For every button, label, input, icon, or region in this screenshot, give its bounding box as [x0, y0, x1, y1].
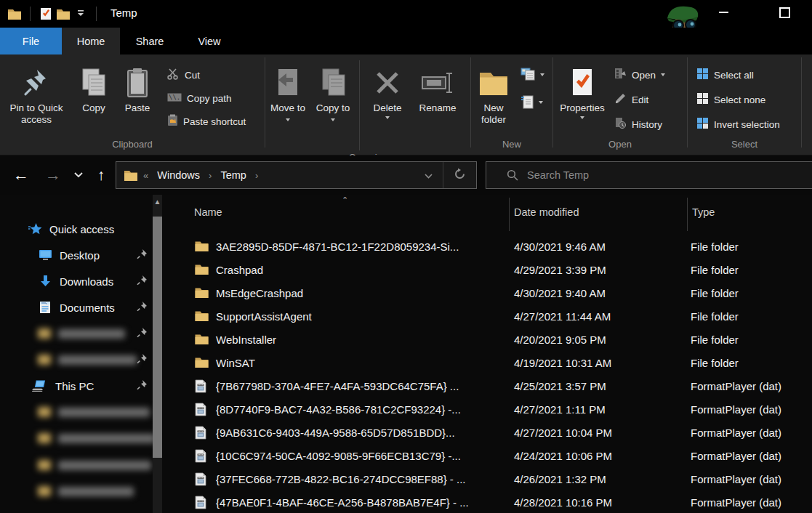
sidebar-item-redacted[interactable]	[0, 400, 153, 424]
back-button[interactable]: ←	[9, 155, 33, 195]
file-row[interactable]: 3AE2895D-85DF-4871-BC12-1F22D8059234-Si.…	[182, 235, 812, 258]
tab-file[interactable]: File	[0, 28, 62, 54]
file-type: FormatPlayer (dat)	[687, 427, 812, 439]
ribbon-tab-strip: File Home Share View	[0, 28, 812, 54]
new-item-button[interactable]	[518, 65, 547, 85]
file-date-modified: 4/28/2021 10:16 PM	[509, 496, 687, 509]
tab-share[interactable]: Share	[120, 28, 180, 54]
breadcrumb-chevron[interactable]: ›	[209, 170, 212, 181]
copy-to-button[interactable]: Copy to	[310, 60, 355, 129]
dropdown-chevron	[331, 118, 335, 121]
file-name: 3AE2895D-85DF-4871-BC12-1F22D8059234-Si.…	[216, 241, 459, 253]
breadcrumb-collapsed[interactable]: «	[143, 170, 148, 181]
move-to-label: Move to	[270, 102, 306, 126]
history-button[interactable]: History	[611, 114, 668, 134]
folder-icon	[195, 334, 209, 345]
maximize-button[interactable]	[768, 0, 801, 25]
file-row[interactable]: MsEdgeCrashpad4/30/2021 9:40 AMFile fold…	[182, 281, 812, 304]
pin-to-quick-access-button[interactable]: Pin to Quick access	[0, 60, 73, 129]
file-row[interactable]: {47BAE0F1-4BAF-46CE-A256-B4878BAB7E4F} -…	[182, 490, 812, 513]
sidebar-item-quick-access[interactable]: Quick access	[0, 217, 153, 241]
breadcrumb-chevron[interactable]: ›	[255, 170, 258, 181]
select-none-button[interactable]: Select none	[694, 89, 783, 110]
file-type: File folder	[687, 357, 812, 369]
properties-button[interactable]: Properties	[553, 60, 611, 122]
history-icon	[614, 117, 627, 132]
dat-file-icon	[195, 472, 209, 486]
select-all-icon	[696, 68, 709, 82]
file-row[interactable]: {10C6C974-50CA-4092-9085-9F66ECB13C79} -…	[182, 444, 812, 467]
sidebar-item-redacted[interactable]	[0, 453, 153, 477]
paste-button[interactable]: Paste	[115, 60, 160, 117]
move-to-button[interactable]: Move to	[265, 60, 310, 129]
new-folder-button[interactable]: New folder	[471, 60, 516, 129]
invert-selection-button[interactable]: Invert selection	[694, 114, 783, 134]
cut-button[interactable]: Cut	[164, 65, 249, 85]
scroll-up-arrow[interactable]: ▲	[153, 198, 162, 206]
dropdown-chevron	[539, 101, 543, 104]
breadcrumb-windows[interactable]: Windows	[157, 169, 200, 181]
sidebar-item-documents[interactable]: Documents	[0, 295, 153, 320]
delete-x-icon	[374, 63, 401, 102]
this-pc-label: This PC	[55, 380, 94, 392]
file-name: {9AB631C6-9403-449A-9588-65D57D851BDD}..…	[216, 427, 455, 439]
file-row[interactable]: {9AB631C6-9403-449A-9588-65D57D851BDD}..…	[182, 421, 812, 444]
title-bar: Temp	[0, 0, 812, 28]
column-header-type[interactable]: Type	[692, 206, 715, 218]
forward-button[interactable]: →	[41, 155, 65, 195]
sidebar-item-this-pc[interactable]: This PC	[0, 373, 153, 398]
minimize-button[interactable]	[707, 0, 740, 25]
sidebar-item-desktop[interactable]: Desktop	[0, 243, 153, 267]
minimize-icon	[719, 12, 728, 13]
file-row[interactable]: {7B67798D-370A-4FE7-A4FA-593DC64C75FA} .…	[182, 374, 812, 397]
column-header-name[interactable]: Name	[194, 206, 222, 218]
sidebar-scrollbar[interactable]: ▲	[153, 195, 162, 513]
rename-button[interactable]: Rename	[411, 60, 464, 117]
sidebar-item-redacted[interactable]	[0, 426, 153, 451]
address-dropdown-chevron[interactable]	[414, 169, 443, 182]
sidebar-item-redacted[interactable]	[0, 321, 153, 346]
edit-button[interactable]: Edit	[611, 89, 668, 110]
file-row[interactable]: {8D7740F9-BAC7-4A32-B586-781C2CF93224} -…	[182, 397, 812, 421]
search-input[interactable]	[527, 169, 767, 181]
sidebar-item-redacted[interactable]	[0, 479, 153, 504]
tab-home[interactable]: Home	[62, 28, 120, 54]
refresh-button[interactable]	[443, 168, 476, 183]
column-divider[interactable]	[509, 198, 510, 231]
ribbon: Pin to Quick access Copy Paste	[0, 54, 812, 155]
copy-path-button[interactable]: \\... Copy path	[164, 88, 249, 108]
file-row[interactable]: WebInstaller4/20/2021 9:05 PMFile folder	[182, 328, 812, 351]
easy-access-button[interactable]	[518, 92, 547, 113]
downloads-label: Downloads	[60, 275, 113, 288]
sidebar-item-redacted[interactable]	[0, 347, 153, 372]
file-name: SupportAssistAgent	[216, 310, 312, 323]
content-area: Quick access Desktop Downloads Doc	[0, 195, 812, 513]
column-header-date-modified[interactable]: Date modified	[514, 206, 579, 218]
new-item-icon	[520, 68, 535, 83]
documents-icon	[38, 301, 52, 314]
up-button[interactable]: ↑	[90, 155, 112, 195]
column-divider[interactable]	[687, 198, 688, 231]
qat-new-folder-button[interactable]	[55, 5, 72, 23]
address-bar[interactable]: « Windows › Temp ›	[116, 161, 477, 189]
copy-button[interactable]: Copy	[73, 60, 115, 117]
paste-label: Paste	[125, 102, 150, 114]
scrollbar-thumb[interactable]	[153, 217, 162, 458]
file-row[interactable]: SupportAssistAgent4/27/2021 11:44 AMFile…	[182, 304, 812, 328]
tab-view[interactable]: View	[180, 28, 239, 54]
paste-shortcut-button[interactable]: Paste shortcut	[164, 111, 249, 132]
qat-properties-button[interactable]	[37, 5, 55, 23]
select-all-button[interactable]: Select all	[694, 65, 783, 85]
file-row[interactable]: WinSAT4/19/2021 10:31 AMFile folder	[182, 351, 812, 374]
file-row[interactable]: {37FEC668-772B-4822-BC16-274DCC98EF88} -…	[182, 467, 812, 490]
breadcrumb-temp[interactable]: Temp	[220, 169, 246, 181]
qat-separator	[96, 7, 97, 21]
qat-customize-chevron[interactable]	[72, 5, 89, 23]
copy-to-label: Copy to	[315, 102, 351, 126]
recent-locations-chevron[interactable]	[70, 155, 87, 195]
delete-button[interactable]: Delete	[363, 60, 411, 122]
sidebar-item-downloads[interactable]: Downloads	[0, 269, 153, 294]
file-row[interactable]: Crashpad4/29/2021 3:39 PMFile folder	[182, 258, 812, 281]
open-button[interactable]: Open	[611, 65, 668, 85]
search-box[interactable]	[486, 161, 812, 189]
